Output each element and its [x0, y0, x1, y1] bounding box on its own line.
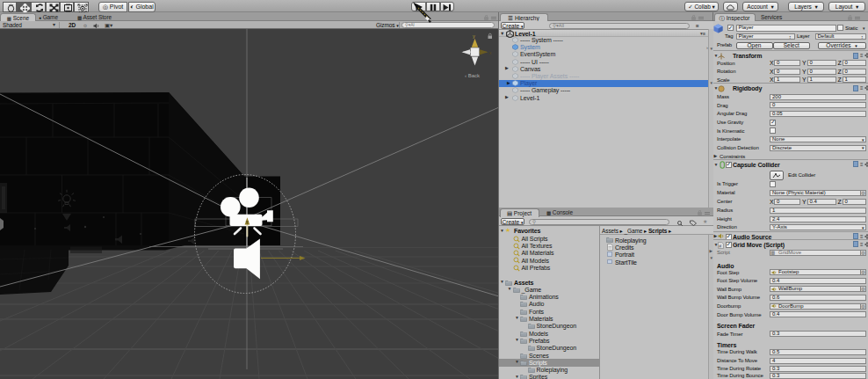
svg-text:‹ Back: ‹ Back [465, 73, 481, 78]
svg-text:y: y [473, 33, 475, 39]
svg-text:#: # [719, 243, 721, 248]
